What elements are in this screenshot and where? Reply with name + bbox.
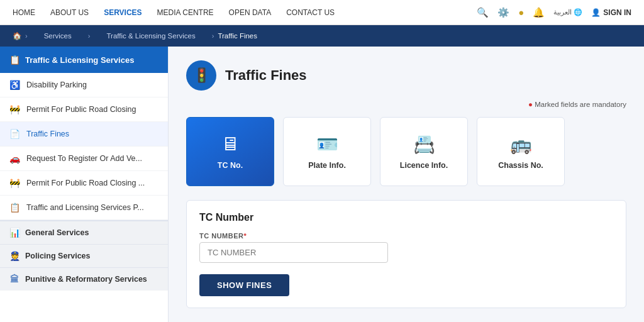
show-fines-button[interactable]: SHOW FINES [199,274,289,296]
licence-card-label: Licence Info. [400,161,448,170]
breadcrumb-traffic-licensing[interactable]: Traffic & Licensing Services [94,25,208,47]
chassis-card-icon: 🚌 [510,134,532,155]
sign-in-button[interactable]: 👤 SIGN IN [591,8,631,17]
nav-services[interactable]: SERVICES [104,8,142,17]
form-section-title: TC Number [199,212,613,223]
sidebar-item-permit-road-closing[interactable]: 🚧 Permit For Public Road Closing [0,97,168,122]
chassis-card-label: Chassis No. [498,161,543,170]
breadcrumb: 🏠 › Services › Traffic & Licensing Servi… [0,25,644,47]
disability-icon: ♿ [9,79,20,91]
page-title: Traffic Fines [225,67,307,84]
sidebar-item-register-vehicle[interactable]: 🚗 Request To Register Or Add Ve... [0,147,168,171]
page-title-icon: 🚦 [186,60,216,91]
road-closing-icon: 🚧 [9,104,20,115]
sidebar-header-icon: 📋 [9,54,20,65]
tc-number-input[interactable] [199,242,388,263]
user-circle-icon[interactable]: ● [518,7,524,18]
breadcrumb-sep-1: › [25,32,28,40]
plate-card-label: Plate Info. [308,161,346,170]
nav-contact[interactable]: CONTACT US [286,8,335,17]
search-icon[interactable]: 🔍 [477,7,489,18]
home-icon[interactable]: 🏠 [13,31,21,40]
general-services-icon: 📊 [9,227,20,238]
traffic-light-icon: 🚦 [193,67,210,84]
option-card-plate-info[interactable]: 🪪 Plate Info. [283,117,371,186]
sidebar-item-disability-parking[interactable]: ♿ Disability Parking [0,73,168,97]
option-card-chassis-no[interactable]: 🚌 Chassis No. [477,117,565,186]
nav-opendata[interactable]: OPEN DATA [229,8,272,17]
gear-icon[interactable]: ⚙️ [497,7,509,18]
breadcrumb-sep-2: › [88,32,91,40]
breadcrumb-services[interactable]: Services [31,25,84,47]
nav-home[interactable]: HOME [13,8,35,17]
sidebar-header: 📋 Traffic & Licensing Services [0,47,168,73]
traffic-licensing-icon: 📋 [9,202,20,213]
arabic-label[interactable]: العربية 🌐 [553,8,582,16]
tc-number-label: TC NUMBER* [199,232,613,240]
option-cards: 🖥 TC No. 🪪 Plate Info. 📇 Licence Info. 🚌… [186,117,626,186]
content-area: 🚦 Traffic Fines ● Marked fields are mand… [169,47,644,322]
tc-number-field: TC NUMBER* [199,232,613,263]
punitive-icon: 🏛 [9,274,20,285]
sidebar-section-punitive[interactable]: 🏛 Punitive & Reformatory Services [0,267,168,291]
nav-about[interactable]: ABOUT US [50,8,89,17]
road-closing-2-icon: 🚧 [9,177,20,189]
tc-card-icon: 🖥 [221,133,240,155]
sidebar-item-traffic-licensing-p[interactable]: 📋 Traffic and Licensing Services P... [0,196,168,220]
form-section: TC Number TC NUMBER* SHOW FINES [186,200,626,308]
bell-icon[interactable]: 🔔 [533,7,545,18]
tc-card-label: TC No. [218,161,243,170]
breadcrumb-sep-3: › [212,32,214,40]
top-nav: HOME ABOUT US SERVICES MEDIA CENTRE OPEN… [0,0,644,25]
option-card-tc-no[interactable]: 🖥 TC No. [186,117,274,186]
sidebar-item-permit-road-closing-2[interactable]: 🚧 Permit For Public Road Closing ... [0,171,168,196]
mandatory-note: ● Marked fields are mandatory [186,101,626,108]
plate-card-icon: 🪪 [316,134,338,155]
policing-icon: 👮 [9,250,20,262]
sidebar-item-traffic-fines[interactable]: 📄 Traffic Fines [0,122,168,147]
option-card-licence-info[interactable]: 📇 Licence Info. [380,117,468,186]
nav-links: HOME ABOUT US SERVICES MEDIA CENTRE OPEN… [13,8,477,17]
sidebar-section-general[interactable]: 📊 General Services [0,221,168,244]
traffic-fines-icon: 📄 [9,128,20,140]
sidebar: 📋 Traffic & Licensing Services ♿ Disabil… [0,47,169,322]
main-layout: 📋 Traffic & Licensing Services ♿ Disabil… [0,47,644,322]
nav-icons: 🔍 ⚙️ ● 🔔 العربية 🌐 👤 SIGN IN [477,7,631,18]
required-asterisk: * [244,232,247,240]
page-title-row: 🚦 Traffic Fines [186,60,626,91]
breadcrumb-current: Traffic Fines [218,32,257,40]
register-vehicle-icon: 🚗 [9,153,20,164]
mandatory-asterisk: ● [528,101,533,108]
nav-media[interactable]: MEDIA CENTRE [157,8,214,17]
sidebar-section-policing[interactable]: 👮 Policing Services [0,244,168,267]
licence-card-icon: 📇 [413,134,435,155]
